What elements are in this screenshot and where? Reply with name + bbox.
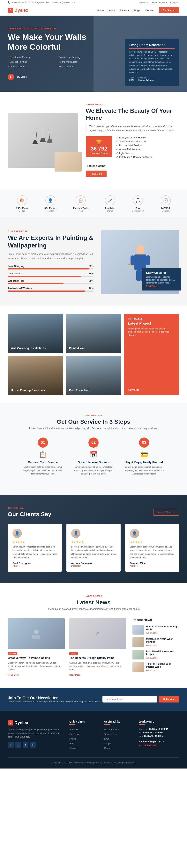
news-read-more-1[interactable]: Read More [8, 674, 19, 676]
instagram-icon[interactable]: in [23, 742, 28, 748]
useful-links-title: Useful Links [104, 720, 131, 725]
nav-contact[interactable]: Contact [146, 9, 154, 12]
step-icon: 📋 [22, 451, 64, 458]
feature-painter: 👤 80+ Expert Painter [44, 195, 56, 212]
colors-icon: 🎨 [17, 195, 27, 206]
twitter-link[interactable]: Twitter [151, 1, 157, 4]
process-step-1: 01 📋 Request Your Service Lorem ipsum do… [22, 437, 64, 484]
list-item: Terms of Use [104, 733, 131, 736]
facebook-link[interactable]: Facebook [139, 1, 148, 4]
hero-card-title: Living Room Decoration [129, 43, 175, 49]
progress-name: Professional Workers [8, 287, 32, 290]
get-started-button[interactable]: Get Started [159, 7, 179, 13]
recent-thumb-4 [132, 662, 144, 672]
nav-about[interactable]: About [108, 9, 115, 12]
play-video-button[interactable]: ▶ Play Video [8, 74, 101, 80]
list-item: FAQ [69, 742, 96, 745]
designer-label: Designer [138, 76, 154, 79]
recent-title-3: Plan Ahead For Your Next Project [146, 650, 179, 656]
view-all-button[interactable]: View All Team → [153, 509, 179, 516]
testimonials-title: Our Clients Say [8, 511, 51, 518]
quick-link[interactable]: Our Blog [69, 733, 79, 736]
list-item: Privacy Policy [104, 728, 131, 731]
testimonial-card-1: 👤 ★★★★★ Lorem ipsum consectetur convalli… [8, 524, 62, 572]
twitter-icon[interactable]: t [15, 742, 21, 748]
facebook-icon[interactable]: f [8, 742, 13, 748]
know-us-link[interactable]: Read More → [146, 285, 159, 287]
useful-link[interactable]: FAQ [104, 738, 109, 740]
progress-name: Paint Spraying [8, 265, 24, 268]
svg-marker-5 [47, 140, 52, 143]
expertise-text: Lorem ipsum dolor sit amet, consectetur … [8, 252, 94, 260]
play-icon: ▶ [8, 74, 14, 80]
step-text: Lorem ipsum dolor sit amet, consectetur … [22, 465, 64, 476]
top-bar-social[interactable]: Facebook Twitter LinkedIn Instagram [139, 1, 179, 4]
about-title: We Elevate The Beauty Of Your Home [86, 107, 179, 121]
nav-home[interactable]: Home [97, 9, 104, 12]
project-card-painted-wall[interactable]: Painted Wall [66, 314, 121, 353]
know-us-text: Lorem ipsum dolor sit amet, consectetur … [146, 276, 177, 284]
know-us-title: Know Us More! [146, 271, 177, 274]
useful-link[interactable]: Terms of Use [104, 733, 118, 736]
project-card-house-painting[interactable]: House Painting Essentials+ [8, 356, 63, 395]
project-card-latest[interactable]: Our Project Latest Project Lorem ipsum d… [124, 314, 179, 395]
testimonial-card-3: 👤 ★★★★★ Lorem ipsum consectetur convalli… [125, 524, 179, 572]
year-label: Year [129, 76, 134, 79]
newsletter-email-input[interactable] [102, 696, 157, 703]
recent-title-1: How To Protect Your Storage Walls [146, 625, 179, 631]
news-title-1: Creative Ways To Paint A Ceiling [8, 656, 65, 660]
feature-sub: Plan [73, 210, 88, 212]
linkedin-icon[interactable]: li [30, 742, 36, 748]
useful-link[interactable]: Careers [104, 747, 113, 750]
newsletter-form: Subscribe [102, 696, 179, 703]
step-icon: 📅 [72, 451, 115, 458]
subscribe-button[interactable]: Subscribe [159, 696, 179, 703]
progress-fill [8, 268, 89, 270]
news-title: Latest News [8, 599, 179, 606]
project-section: Wall Covering Installations Painted Wall… [0, 306, 187, 403]
project-card-wall-covering[interactable]: Wall Covering Installations [8, 314, 63, 353]
quick-link[interactable]: About Us [69, 728, 79, 731]
expertise-section: Our Expertise We Are Experts In Painting… [0, 218, 187, 306]
useful-link[interactable]: Support [104, 742, 113, 745]
project-card-prep-paint[interactable]: Prep For A Paint [66, 356, 121, 395]
hero-card-year: Year 2020 [129, 76, 134, 81]
process-step-3: 03 💳 Pay & Enjoy Newly Painted Lorem ips… [123, 437, 165, 484]
nav-pages[interactable]: Pages ▾ [120, 9, 129, 12]
quick-link[interactable]: Pricing [69, 738, 76, 740]
footer-brand: D Dyelex Dyelex Painting & Wallpapering … [8, 720, 62, 751]
nav-links: Home About Pages ▾ Blog ▾ Contact Get St… [97, 7, 179, 13]
about-author: Fredlens Camdi [86, 164, 179, 167]
card-bg: House Painting Essentials+ [8, 356, 63, 395]
quick-link[interactable]: Contact [69, 747, 77, 750]
news-read-more-2[interactable]: Read More [69, 674, 80, 676]
progress-label: Clean Work 86% [8, 272, 94, 275]
instagram-link[interactable]: Instagram [170, 1, 179, 4]
feature-label: Pre-Paint [105, 207, 115, 210]
quick-links-list: About Us Our Blog Pricing FAQ Contact [69, 728, 96, 750]
work-hours-1: Mon - Fri: 09:00AM - 06:00PM [139, 728, 179, 730]
hero-title: We Make Your Walls More Colorful [8, 32, 101, 52]
recent-date-1: Feb 12, 2021 [146, 632, 158, 634]
stats-number: 36 792 [90, 146, 108, 152]
step-number: 02 [88, 437, 99, 447]
feature-sub: Colors [16, 210, 28, 212]
footer-about: Dyelex Painting & Wallpapering by Lorem … [8, 728, 62, 739]
nav-blog[interactable]: Blog ▾ [134, 9, 141, 12]
list-item: Our Blog [69, 733, 96, 736]
news-image-1 [8, 618, 65, 649]
read-more-button[interactable]: Read More [86, 170, 106, 177]
useful-link[interactable]: Privacy Policy [104, 728, 119, 731]
stats-icon: 🏆 [90, 140, 108, 145]
hero-section: Dyelex Painting & Wallpapering We Make Y… [0, 16, 187, 92]
logo[interactable]: D Dyelex [8, 8, 28, 13]
progress-bar [8, 290, 94, 292]
quick-link[interactable]: FAQ [69, 742, 74, 745]
feature-item: Smart & House Wall Work [116, 140, 152, 143]
recent-date-4: Feb 20, 2021 [146, 670, 158, 672]
logo-text: Dyelex [14, 8, 28, 13]
all-projects-link[interactable]: All Project → [128, 389, 175, 391]
news-tag-1: Painting [8, 652, 17, 655]
recent-info-1: How To Protect Your Storage Walls Feb 12… [146, 625, 179, 634]
linkedin-link[interactable]: LinkedIn [159, 1, 167, 4]
